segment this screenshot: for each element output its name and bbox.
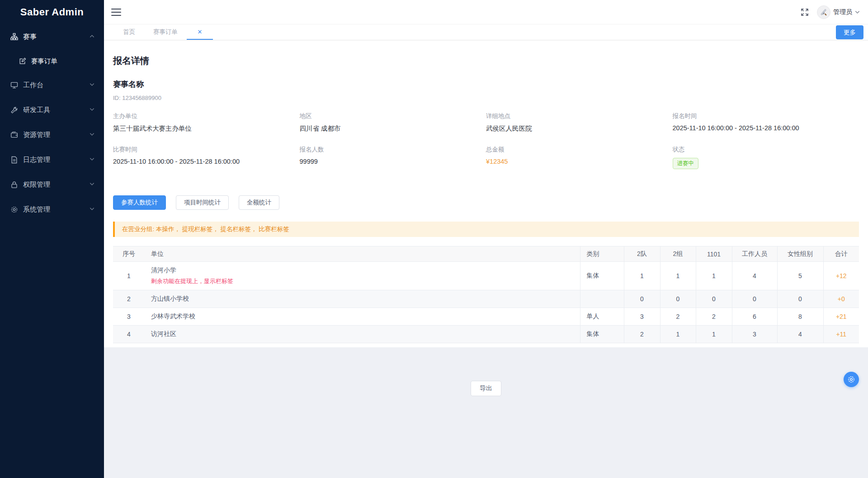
page-title: 报名详情 bbox=[113, 40, 859, 67]
chevron-down-icon bbox=[855, 10, 860, 14]
menu-toggle-icon[interactable] bbox=[111, 9, 121, 16]
sidebar-item-label: 日志管理 bbox=[23, 156, 90, 164]
sidebar-item-label: 工作台 bbox=[23, 81, 90, 90]
sidebar-item-label: 赛事 bbox=[23, 33, 90, 41]
sidebar-item-system[interactable]: 系统管理 bbox=[0, 197, 104, 222]
user-menu[interactable]: 管理员 bbox=[817, 5, 860, 19]
detail-card: 报名详情 赛事名称 ID: 123456889900 主办单位 第三十届武术大赛… bbox=[104, 40, 868, 347]
table-header-row: 序号 单位 类别 2队 2组 1101 工作人员 女性组别 合计 bbox=[113, 246, 859, 262]
chevron-up-icon bbox=[90, 34, 95, 40]
tab-active[interactable]: ✕ bbox=[187, 24, 213, 40]
sidebar-item-event-orders[interactable]: 赛事订单 bbox=[0, 49, 104, 73]
detail-grid: 主办单位 第三十届武术大赛主办单位 地区 四川省 成都市 详细地点 武侯区人民医… bbox=[113, 112, 859, 169]
status-badge: 进赛中 bbox=[673, 158, 699, 169]
tab-event-orders[interactable]: 赛事订单 bbox=[144, 24, 187, 40]
field-region: 地区 四川省 成都市 bbox=[300, 112, 486, 133]
user-name: 管理员 bbox=[833, 8, 852, 16]
monitor-icon bbox=[10, 81, 18, 90]
chevron-down-icon bbox=[90, 157, 95, 163]
warning-alert: 在营业分组: 本操作， 提现栏标签， 提名栏标签， 比赛栏标签 bbox=[113, 222, 859, 237]
field-signup-time: 报名时间 2025-11-10 16:00:00 - 2025-11-28 16… bbox=[673, 112, 859, 133]
sidebar-item-label: 权限管理 bbox=[23, 180, 90, 189]
edit-doc-icon bbox=[19, 57, 27, 65]
unit-name: 访河社区 bbox=[145, 326, 580, 343]
tab-participant-stats[interactable]: 参赛人数统计 bbox=[113, 195, 166, 210]
export-area: 导出 bbox=[104, 347, 868, 396]
wallet-icon bbox=[10, 131, 18, 139]
amount-value: ¥12345 bbox=[486, 158, 673, 165]
unit-name: 少林寺武术学校 bbox=[145, 308, 580, 326]
fullscreen-icon[interactable] bbox=[801, 8, 809, 16]
table-row[interactable]: 4 访河社区 集体 2 1 1 3 4 +11 bbox=[113, 326, 859, 343]
field-location: 详细地点 武侯区人民医院 bbox=[486, 112, 673, 133]
app-logo: Saber Admin bbox=[0, 0, 104, 24]
settings-fab[interactable] bbox=[844, 372, 859, 387]
chevron-down-icon bbox=[90, 207, 95, 213]
tab-bar: 首页 赛事订单 ✕ 更多 bbox=[104, 24, 868, 40]
sitemap-icon bbox=[10, 33, 18, 41]
wrench-icon bbox=[10, 106, 18, 114]
stats-tab-row: 参赛人数统计 项目时间统计 全额统计 bbox=[113, 195, 859, 210]
sidebar-item-workbench[interactable]: 工作台 bbox=[0, 73, 104, 98]
field-total-amount: 总金额 ¥12345 bbox=[486, 146, 673, 169]
field-status: 状态 进赛中 bbox=[673, 146, 859, 169]
chevron-down-icon bbox=[90, 133, 95, 138]
sidebar-item-dev-tools[interactable]: 研发工具 bbox=[0, 98, 104, 123]
tab-home[interactable]: 首页 bbox=[114, 24, 144, 40]
stats-table: 序号 单位 类别 2队 2组 1101 工作人员 女性组别 合计 1 清河小学 … bbox=[113, 246, 859, 343]
unit-name: 清河小学 bbox=[151, 266, 580, 274]
field-match-time: 比赛时间 2025-11-10 16:00:00 - 2025-11-28 16… bbox=[113, 146, 300, 169]
avatar bbox=[817, 5, 830, 19]
field-signup-count: 报名人数 99999 bbox=[300, 146, 486, 169]
gear-icon bbox=[10, 206, 18, 214]
chevron-down-icon bbox=[90, 108, 95, 113]
topbar: 管理员 bbox=[104, 0, 868, 24]
sidebar-item-label: 资源管理 bbox=[23, 131, 90, 139]
document-icon bbox=[10, 156, 18, 164]
field-organizer: 主办单位 第三十届武术大赛主办单位 bbox=[113, 112, 300, 133]
tab-amount-stats[interactable]: 全额统计 bbox=[239, 195, 279, 210]
lock-icon bbox=[10, 181, 18, 189]
sidebar-item-logs[interactable]: 日志管理 bbox=[0, 147, 104, 172]
sidebar: Saber Admin 赛事 赛事订单 工作台 bbox=[0, 0, 104, 478]
close-icon[interactable]: ✕ bbox=[198, 29, 203, 35]
event-id: ID: 123456889900 bbox=[113, 95, 859, 101]
table-row[interactable]: 2 方山镇小学校 0 0 0 0 0 +0 bbox=[113, 290, 859, 308]
sidebar-item-events[interactable]: 赛事 bbox=[0, 24, 104, 49]
unit-note: 剩余功能在提现上，显示栏标签 bbox=[151, 277, 580, 285]
table-row[interactable]: 1 清河小学 剩余功能在提现上，显示栏标签 集体 1 1 1 4 5 +12 bbox=[113, 262, 859, 290]
chevron-down-icon bbox=[90, 182, 95, 188]
sidebar-item-label: 研发工具 bbox=[23, 106, 90, 114]
sidebar-item-permissions[interactable]: 权限管理 bbox=[0, 172, 104, 197]
sidebar-item-resources[interactable]: 资源管理 bbox=[0, 123, 104, 147]
export-button[interactable]: 导出 bbox=[471, 381, 501, 396]
table-row[interactable]: 3 少林寺武术学校 单人 3 2 2 6 8 +21 bbox=[113, 308, 859, 326]
main-area: 管理员 首页 赛事订单 ✕ 更多 报名详情 赛事名称 ID: 123456889… bbox=[104, 0, 868, 478]
unit-name: 方山镇小学校 bbox=[145, 290, 580, 308]
gear-icon bbox=[847, 375, 855, 383]
sidebar-subitem-label: 赛事订单 bbox=[31, 57, 57, 66]
chevron-down-icon bbox=[90, 83, 95, 88]
event-name: 赛事名称 bbox=[113, 79, 859, 90]
tab-project-time-stats[interactable]: 项目时间统计 bbox=[176, 195, 229, 210]
more-button[interactable]: 更多 bbox=[836, 25, 863, 39]
sidebar-item-label: 系统管理 bbox=[23, 205, 90, 214]
